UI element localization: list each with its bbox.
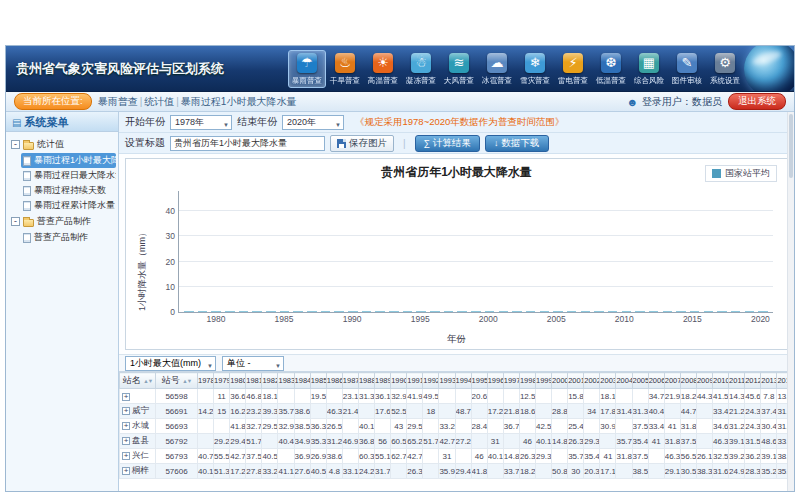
column-header-1996[interactable]: 1996 xyxy=(487,373,503,389)
column-header-2006[interactable]: 2006 xyxy=(648,373,664,389)
column-header-2004[interactable]: 2004 xyxy=(616,373,632,389)
module-rainstorm[interactable]: ☂暴雨普查 xyxy=(288,50,326,88)
module-heat[interactable]: ☀高温普查 xyxy=(364,50,402,88)
value-cell-1985: 40.5 xyxy=(310,464,326,479)
column-header-1987[interactable]: 1987 xyxy=(342,373,358,389)
column-header-2001[interactable]: 2001 xyxy=(568,373,584,389)
column-header-2011[interactable]: 2011 xyxy=(729,373,745,389)
end-year-label: 结束年份 xyxy=(237,115,277,129)
column-header-1978[interactable]: 1978 xyxy=(198,373,214,389)
save-image-button[interactable]: 保存图片 xyxy=(330,135,394,152)
column-header-1981[interactable]: 1981 xyxy=(246,373,262,389)
tree-node[interactable]: -统计值 xyxy=(8,136,116,153)
end-year-select[interactable]: 2020年 xyxy=(282,115,344,130)
column-header-1999[interactable]: 1999 xyxy=(535,373,551,389)
column-header-2008[interactable]: 2008 xyxy=(680,373,696,389)
column-header-1983[interactable]: 1983 xyxy=(278,373,294,389)
column-header-1985[interactable]: 1985 xyxy=(310,373,326,389)
tree-expander-icon[interactable]: - xyxy=(11,140,20,149)
value-cell-1980: 17.2 xyxy=(230,464,246,479)
tree-node[interactable]: -普查产品制作 xyxy=(8,213,116,230)
value-cell-1996: 31 xyxy=(487,434,503,449)
breadcrumb-item[interactable]: 暴雨过程1小时最大降水量 xyxy=(181,96,297,107)
column-header-2012[interactable]: 2012 xyxy=(745,373,761,389)
column-header-1995[interactable]: 1995 xyxy=(471,373,487,389)
tree-item[interactable]: 暴雨过程持续天数 xyxy=(21,183,116,198)
module-drought[interactable]: ♨干旱普查 xyxy=(326,50,364,88)
column-header-1979[interactable]: 1979 xyxy=(214,373,230,389)
module-review[interactable]: ✎图件审核 xyxy=(668,50,706,88)
column-header-2010[interactable]: 2010 xyxy=(713,373,729,389)
value-cell-1984: 38.5 xyxy=(294,419,310,434)
column-header-1990[interactable]: 1990 xyxy=(391,373,407,389)
value-cell-1985: 35.3 xyxy=(310,434,326,449)
column-header-1988[interactable]: 1988 xyxy=(358,373,374,389)
value-cell-1984: 36.9 xyxy=(294,449,310,464)
chart-title-input[interactable] xyxy=(170,136,325,151)
current-location-badge: 当前所在位置: xyxy=(14,93,92,110)
calculate-button[interactable]: ∑ 计算结果 xyxy=(415,135,480,152)
value-cell-1998: 18.6 xyxy=(519,404,535,419)
module-lightning[interactable]: ⚡雷电普查 xyxy=(554,50,592,88)
module-lowtemp[interactable]: ❆低温普查 xyxy=(592,50,630,88)
value-cell-1979: 55.5 xyxy=(214,449,230,464)
download-button[interactable]: ↓ 数据下载 xyxy=(485,135,549,152)
column-header-name[interactable]: 站名 ▲▼ xyxy=(120,373,156,389)
tree-item[interactable]: 暴雨过程1小时最大降水量 xyxy=(21,153,116,168)
module-hail[interactable]: ☁冰雹普查 xyxy=(478,50,516,88)
column-header-1991[interactable]: 1991 xyxy=(407,373,423,389)
column-header-2009[interactable]: 2009 xyxy=(696,373,712,389)
column-header-1984[interactable]: 1984 xyxy=(294,373,310,389)
column-header-id[interactable]: 站号 ▲▼ xyxy=(156,373,198,389)
module-wind[interactable]: ≋大风普查 xyxy=(440,50,478,88)
unit-select[interactable]: 单位 - xyxy=(222,356,284,371)
column-header-1980[interactable]: 1980 xyxy=(230,373,246,389)
tree-expander-icon[interactable]: - xyxy=(11,217,20,226)
module-settings[interactable]: ⚙系统设置 xyxy=(706,50,744,88)
value-cell-2007: 31.8 xyxy=(664,434,680,449)
column-header-2007[interactable]: 2007 xyxy=(664,373,680,389)
tree-item[interactable]: 暴雨过程日最大降水量 xyxy=(21,168,116,183)
column-header-1982[interactable]: 1982 xyxy=(262,373,278,389)
column-header-2000[interactable]: 2000 xyxy=(552,373,568,389)
vertical-scrollbar[interactable] xyxy=(787,112,794,491)
breadcrumb-item[interactable]: 统计值 xyxy=(144,96,174,107)
row-expander-icon[interactable]: + xyxy=(122,467,130,475)
column-header-1998[interactable]: 1998 xyxy=(519,373,535,389)
breadcrumb-item[interactable]: 暴雨普查 xyxy=(98,96,138,107)
sidebar: ▤系统菜单 -统计值暴雨过程1小时最大降水量暴雨过程日最大降水量暴雨过程持续天数… xyxy=(6,112,119,491)
sort-icon[interactable]: ▲▼ xyxy=(182,378,191,384)
column-header-2002[interactable]: 2002 xyxy=(584,373,600,389)
column-header-1992[interactable]: 1992 xyxy=(423,373,439,389)
tree-item[interactable]: 普查产品制作 xyxy=(21,230,116,245)
row-expander-icon[interactable]: + xyxy=(122,407,130,415)
column-header-1989[interactable]: 1989 xyxy=(375,373,391,389)
module-snow[interactable]: ❄雪灾普查 xyxy=(516,50,554,88)
column-header-1997[interactable]: 1997 xyxy=(503,373,519,389)
scrollbar-thumb[interactable] xyxy=(789,114,793,178)
tree-item-label: 暴雨过程日最大降水量 xyxy=(34,169,116,182)
start-year-select[interactable]: 1978年 xyxy=(170,115,232,130)
module-freeze[interactable]: ☃凝冻普查 xyxy=(402,50,440,88)
module-risk[interactable]: ▦综合风险 xyxy=(630,50,668,88)
value-cell-1991: 41.9 xyxy=(407,389,423,404)
value-cell-2000 xyxy=(552,389,568,404)
logout-button[interactable]: 退出系统 xyxy=(728,93,786,110)
row-expander-icon[interactable]: + xyxy=(122,437,130,445)
column-header-1994[interactable]: 1994 xyxy=(455,373,471,389)
sort-icon[interactable]: ▲▼ xyxy=(143,378,152,384)
value-cell-1981: 27.8 xyxy=(246,464,262,479)
tree-item[interactable]: 暴雨过程累计降水量 xyxy=(21,198,116,213)
row-expander-icon[interactable]: + xyxy=(122,422,130,430)
column-header-2013[interactable]: 2013 xyxy=(761,373,777,389)
column-header-1986[interactable]: 1986 xyxy=(326,373,342,389)
metric-select[interactable]: 1小时最大值(mm) xyxy=(125,356,216,371)
value-cell-1991 xyxy=(407,404,423,419)
row-expander-icon[interactable]: + xyxy=(122,393,130,401)
column-header-1993[interactable]: 1993 xyxy=(439,373,455,389)
column-header-2003[interactable]: 2003 xyxy=(600,373,616,389)
row-expander-icon[interactable]: + xyxy=(122,452,130,460)
column-header-2005[interactable]: 2005 xyxy=(632,373,648,389)
module-label: 大风普查 xyxy=(443,75,475,85)
x-tick-label xyxy=(262,314,274,324)
